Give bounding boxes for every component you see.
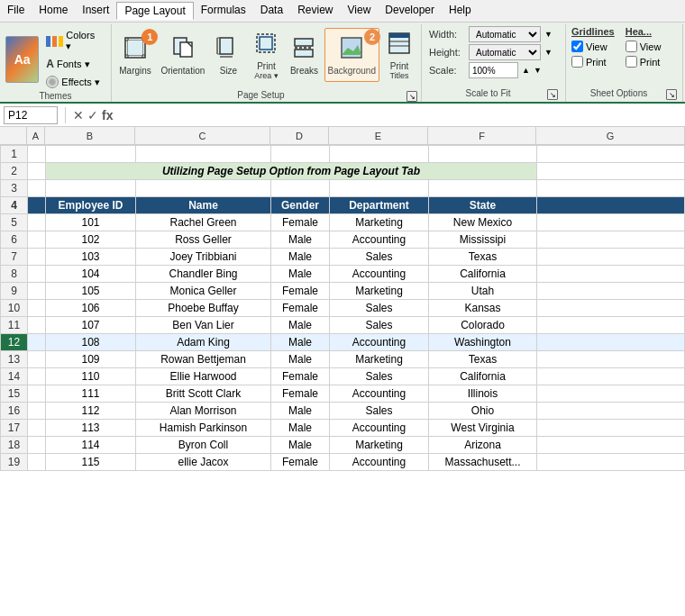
breaks-button[interactable]: Breaks	[286, 28, 322, 82]
col-header-d[interactable]: D	[270, 127, 329, 144]
table-row: 2 Utilizing Page Setup Option from Page …	[1, 163, 685, 180]
scale-spinner-up[interactable]: ▲	[522, 66, 530, 75]
menu-home[interactable]: Home	[32, 2, 75, 20]
scale-input[interactable]	[469, 62, 518, 78]
margins-label: Margins	[119, 66, 151, 76]
col-header-f[interactable]: F	[428, 127, 536, 144]
width-row: Width: Automatic ▼	[429, 26, 558, 42]
gridlines-header: Gridlines	[571, 26, 615, 37]
height-row: Height: Automatic ▼	[429, 44, 558, 60]
headings-print-checkbox[interactable]	[626, 56, 637, 68]
ribbon: Aa Colors ▾ A Fonts ▾ Effects	[0, 23, 685, 104]
cell-g2[interactable]	[537, 163, 685, 180]
menu-data[interactable]: Data	[253, 2, 290, 20]
breaks-label: Breaks	[290, 66, 318, 76]
colors-button[interactable]: Colors ▾	[42, 28, 105, 54]
menu-developer[interactable]: Developer	[378, 2, 442, 20]
cell-d3[interactable]	[271, 180, 330, 197]
colors-label: Colors ▾	[66, 30, 102, 52]
themes-button[interactable]: Aa	[5, 36, 39, 83]
svg-rect-16	[295, 39, 313, 46]
height-select[interactable]: Automatic	[469, 44, 541, 60]
col-header-c[interactable]: C	[135, 127, 270, 144]
table-row: 5101Rachel GreenFemaleMarketingNew Mexic…	[1, 214, 685, 231]
menu-view[interactable]: View	[341, 2, 379, 20]
size-button[interactable]: Size	[210, 28, 246, 82]
print-titles-button[interactable]: Print Titles	[381, 28, 417, 83]
header-name[interactable]: Name	[136, 197, 271, 214]
orientation-button[interactable]: Orientation	[157, 28, 208, 82]
spreadsheet-container: 1 2 Utilizing Page Setup Option from Pag…	[0, 145, 685, 471]
menu-file[interactable]: File	[0, 2, 32, 20]
menu-insert[interactable]: Insert	[75, 2, 116, 20]
badge-2: 2	[364, 29, 380, 45]
table-row: 15111Britt Scott ClarkFemaleAccountingIl…	[1, 385, 685, 403]
menu-help[interactable]: Help	[442, 2, 479, 20]
cell-b1[interactable]	[46, 146, 136, 163]
page-setup-dialog-launcher[interactable]: ↘	[406, 91, 417, 102]
cell-c3[interactable]	[136, 180, 271, 197]
header-employee-id[interactable]: Employee ID	[46, 197, 136, 214]
menu-page-layout[interactable]: Page Layout	[116, 2, 193, 20]
table-row: 13109Rowan BettjemanMaleMarketingTexas	[1, 351, 685, 368]
cell-a4[interactable]	[28, 197, 46, 214]
gridlines-col: Gridlines View Print	[571, 26, 615, 86]
cell-f1[interactable]	[429, 146, 537, 163]
col-header-a[interactable]: A	[27, 127, 45, 144]
print-area-button[interactable]: Print Area ▾	[248, 28, 284, 83]
cell-g1[interactable]	[537, 146, 685, 163]
background-button[interactable]: Background 2	[324, 28, 380, 82]
cancel-formula-icon[interactable]: ✕	[73, 108, 84, 122]
cell-g3[interactable]	[537, 180, 685, 197]
cell-e3[interactable]	[330, 180, 429, 197]
cell-b3[interactable]	[46, 180, 136, 197]
sheet-options-group: Gridlines View Print Hea... View	[566, 24, 683, 102]
col-header-e[interactable]: E	[329, 127, 428, 144]
column-headers: A B C D E F G	[0, 127, 685, 145]
insert-function-icon[interactable]: fx	[102, 108, 113, 122]
gridlines-print-checkbox[interactable]	[571, 56, 583, 68]
cell-f3[interactable]	[429, 180, 537, 197]
row-num-2[interactable]: 2	[1, 163, 28, 180]
print-titles-label: Print	[390, 61, 409, 71]
sheet-options-label: Sheet Options	[571, 88, 666, 98]
title-cell[interactable]: Utilizing Page Setup Option from Page La…	[46, 163, 537, 180]
cell-e1[interactable]	[330, 146, 429, 163]
scale-spinner-down[interactable]: ▼	[534, 66, 542, 75]
confirm-formula-icon[interactable]: ✓	[87, 108, 98, 122]
col-header-g[interactable]: G	[536, 127, 685, 144]
fonts-button[interactable]: A Fonts ▾	[42, 56, 105, 72]
formula-input[interactable]	[116, 106, 681, 124]
cell-a1[interactable]	[28, 146, 46, 163]
width-select[interactable]: Automatic	[469, 26, 541, 42]
header-state[interactable]: State	[429, 197, 537, 214]
menu-review[interactable]: Review	[290, 2, 340, 20]
scale-dialog-launcher[interactable]: ↘	[547, 89, 558, 100]
cell-c1[interactable]	[136, 146, 271, 163]
effects-button[interactable]: Effects ▾	[42, 74, 105, 90]
menu-formulas[interactable]: Formulas	[194, 2, 253, 20]
cell-g4[interactable]	[537, 197, 685, 214]
header-department[interactable]: Department	[330, 197, 429, 214]
size-label: Size	[220, 66, 237, 76]
headings-view-row: View	[626, 41, 662, 52]
name-box[interactable]	[4, 106, 58, 124]
col-header-b[interactable]: B	[45, 127, 135, 144]
table-row: 3	[1, 180, 685, 197]
themes-buttons-area: Aa Colors ▾ A Fonts ▾ Effects	[5, 28, 105, 90]
gridlines-view-checkbox[interactable]	[571, 41, 583, 52]
cell-a3[interactable]	[28, 180, 46, 197]
gridlines-print-row: Print	[571, 56, 615, 68]
row-num-3[interactable]: 3	[1, 180, 28, 197]
sheet-options-dialog-launcher[interactable]: ↘	[666, 89, 677, 100]
header-gender[interactable]: Gender	[271, 197, 330, 214]
cell-a2[interactable]	[28, 163, 46, 180]
row-num-1[interactable]: 1	[1, 146, 28, 163]
themes-group: Aa Colors ▾ A Fonts ▾ Effects	[2, 24, 112, 102]
margins-button[interactable]: Margins 1	[115, 28, 155, 82]
table-header-row: 4 Employee ID Name Gender Department Sta…	[1, 197, 685, 214]
width-expand-icon: ▼	[544, 30, 553, 39]
cell-d1[interactable]	[271, 146, 330, 163]
row-num-4[interactable]: 4	[1, 197, 28, 214]
headings-view-checkbox[interactable]	[626, 41, 637, 52]
